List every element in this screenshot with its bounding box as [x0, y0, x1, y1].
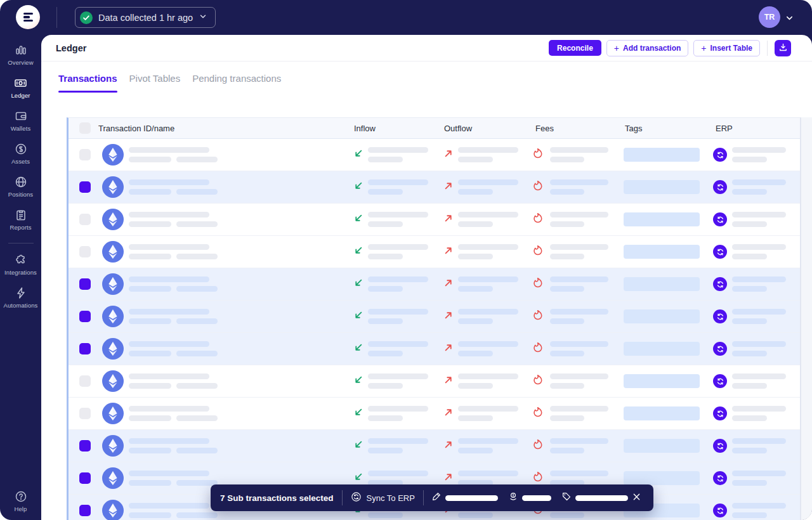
reconcile-button[interactable]: Reconcile — [549, 40, 601, 56]
sync-icon — [351, 491, 362, 505]
fees-skeleton — [550, 309, 608, 324]
outflow-arrow-icon — [443, 472, 454, 484]
erp-sync-icon[interactable] — [713, 504, 727, 517]
sidebar-item-label: Assets — [11, 158, 30, 165]
inflow-arrow-icon — [353, 342, 363, 355]
column-header-inflow: Inflow — [354, 124, 376, 133]
table-row[interactable] — [69, 398, 800, 430]
avatar-chevron-down-icon[interactable] — [785, 13, 794, 25]
outflow-arrow-icon — [443, 148, 454, 161]
fees-flame-icon — [533, 439, 544, 453]
row-checkbox[interactable] — [79, 408, 91, 419]
row-checkbox[interactable] — [79, 246, 91, 257]
ethereum-icon — [102, 241, 124, 263]
transaction-name-skeleton — [129, 438, 218, 453]
outflow-arrow-icon — [443, 310, 454, 323]
ethereum-icon — [102, 176, 124, 198]
erp-sync-icon[interactable] — [713, 374, 727, 388]
insert-table-button[interactable]: + Insert Table — [693, 40, 760, 56]
add-transaction-button[interactable]: + Add transaction — [606, 40, 689, 56]
table-row[interactable] — [69, 268, 800, 301]
data-status-dropdown[interactable]: Data collected 1 hr ago — [75, 7, 216, 28]
sidebar-item-positions[interactable]: Positions — [1, 176, 41, 198]
tab-pivot-tables[interactable]: Pivot Tables — [129, 73, 181, 91]
sidebar-item-help[interactable]: Help — [1, 490, 41, 512]
erp-sync-icon[interactable] — [713, 277, 727, 291]
table-row[interactable] — [69, 139, 800, 171]
table-right-gutter — [801, 117, 812, 520]
fees-flame-icon — [533, 148, 544, 162]
row-checkbox[interactable] — [79, 278, 91, 290]
table-row[interactable] — [69, 365, 800, 398]
download-button[interactable] — [775, 40, 791, 56]
close-selection-toolbar-button[interactable] — [628, 490, 645, 506]
erp-sync-icon[interactable] — [713, 180, 727, 194]
column-header-transaction: Transaction ID/name — [98, 124, 174, 133]
erp-sync-icon[interactable] — [713, 342, 727, 356]
avatar[interactable]: TR — [759, 6, 780, 28]
table-row[interactable] — [69, 333, 800, 365]
row-checkbox[interactable] — [79, 149, 91, 160]
erp-skeleton — [732, 406, 786, 421]
cost-basis-action-button[interactable] — [509, 492, 551, 504]
erp-sync-icon[interactable] — [713, 212, 727, 226]
ethereum-icon — [102, 467, 124, 489]
table-row[interactable] — [69, 236, 800, 268]
erp-sync-icon[interactable] — [713, 406, 727, 420]
ethereum-icon — [102, 338, 124, 360]
sidebar-item-reports[interactable]: Reports — [1, 209, 41, 231]
tag-skeleton — [624, 406, 700, 420]
plus-icon: + — [614, 43, 619, 53]
outflow-skeleton — [458, 406, 518, 421]
sync-to-erp-button[interactable]: Sync To ERP — [351, 491, 415, 505]
row-checkbox[interactable] — [79, 375, 91, 387]
table-row[interactable] — [69, 171, 800, 204]
sidebar-item-assets[interactable]: Assets — [1, 143, 41, 165]
sidebar-item-overview[interactable]: Overview — [1, 44, 41, 66]
row-checkbox[interactable] — [79, 440, 91, 452]
globe-icon — [15, 176, 27, 188]
fees-skeleton — [550, 406, 608, 421]
table-row[interactable] — [69, 204, 800, 236]
row-checkbox[interactable] — [79, 311, 91, 322]
tab-pending-transactions[interactable]: Pending transactions — [192, 73, 281, 91]
erp-sync-icon[interactable] — [713, 309, 727, 323]
inflow-skeleton — [368, 406, 428, 421]
sidebar-item-integrations[interactable]: Integrations — [1, 254, 41, 276]
selection-count-text: 7 Sub transactions selected — [220, 493, 334, 503]
erp-skeleton — [732, 438, 786, 453]
erp-skeleton — [732, 309, 786, 324]
erp-sync-icon[interactable] — [713, 439, 727, 453]
app-logo-icon[interactable] — [16, 5, 40, 29]
row-checkbox[interactable] — [79, 472, 91, 484]
transaction-name-skeleton — [129, 309, 218, 324]
annotate-action-button[interactable] — [432, 492, 498, 504]
bar-chart-icon — [15, 44, 27, 56]
wallet-icon — [15, 110, 27, 122]
erp-sync-icon[interactable] — [713, 471, 727, 485]
table-row[interactable] — [69, 301, 800, 333]
row-checkbox[interactable] — [79, 505, 91, 516]
tag-skeleton — [624, 374, 700, 388]
question-circle-icon — [15, 490, 27, 503]
transaction-name-skeleton — [129, 212, 218, 227]
row-checkbox[interactable] — [79, 343, 91, 354]
outflow-skeleton — [458, 147, 518, 162]
tab-transactions[interactable]: Transactions — [58, 73, 117, 91]
sidebar-item-ledger[interactable]: Ledger — [1, 77, 41, 99]
sidebar-item-automations[interactable]: Automations — [1, 287, 41, 309]
erp-sync-icon[interactable] — [713, 245, 727, 259]
sidebar-item-wallets[interactable]: Wallets — [1, 110, 41, 132]
sidebar-item-label: Automations — [4, 302, 38, 309]
transaction-name-skeleton — [129, 374, 218, 389]
tag-action-button[interactable] — [562, 492, 628, 504]
erp-skeleton — [732, 341, 786, 356]
erp-sync-icon[interactable] — [713, 148, 727, 162]
table-row[interactable] — [69, 430, 800, 462]
column-header-erp: ERP — [716, 124, 733, 133]
ethereum-icon — [102, 306, 124, 327]
row-checkbox[interactable] — [79, 214, 91, 225]
insert-table-label: Insert Table — [710, 44, 752, 53]
row-checkbox[interactable] — [79, 181, 91, 193]
select-all-checkbox[interactable] — [79, 122, 91, 134]
